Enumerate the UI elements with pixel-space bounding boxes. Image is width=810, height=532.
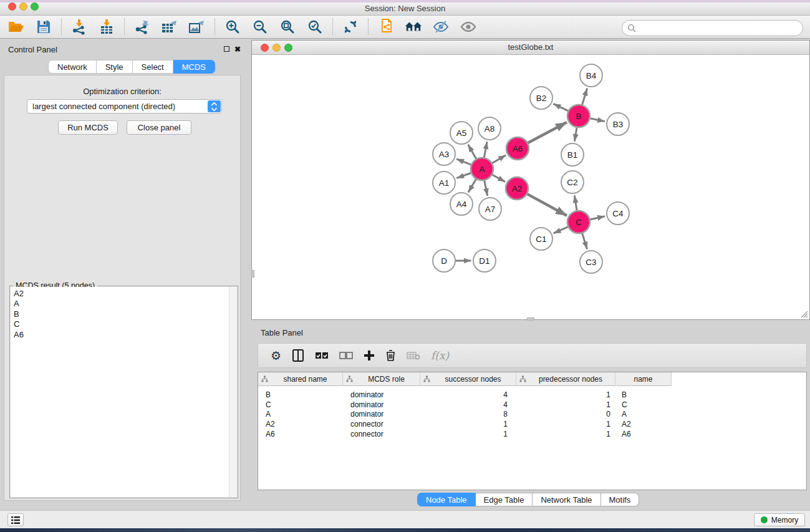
criterion-value: largest connected component (directed) [32,102,175,111]
memory-label: Memory [771,516,798,525]
export-image-icon[interactable] [188,18,206,36]
hide-selected-icon[interactable] [432,18,450,36]
list-item[interactable]: A [14,299,229,309]
graph-edge[interactable] [590,118,605,122]
zoom-fit-icon[interactable] [279,18,296,36]
column-header-shared-name[interactable]: shared name [258,372,343,386]
tab-motifs[interactable]: Motifs [601,493,640,506]
column-header-successor-nodes[interactable]: successor nodes [420,372,516,386]
tab-mcds[interactable]: MCDS [173,60,215,74]
table-row[interactable]: A2connector11A2 [258,419,806,429]
column-header-predecessor-nodes[interactable]: predecessor nodes [516,372,615,386]
tab-style[interactable]: Style [97,60,133,74]
graph-edge[interactable] [468,179,476,193]
apply-layout-icon[interactable] [342,18,359,36]
close-panel-icon[interactable]: ✖ [234,46,241,52]
search-input[interactable] [622,20,803,36]
graph-edge[interactable] [492,175,505,182]
graph-node-label: C3 [586,258,596,267]
zoom-selected-icon[interactable] [306,18,324,36]
zoom-out-icon[interactable] [251,18,269,36]
network-vscroll-thumb[interactable] [251,270,254,278]
list-item[interactable]: B [14,309,229,319]
import-network-icon[interactable] [70,18,88,36]
home-icon[interactable] [405,18,422,36]
show-columns-icon[interactable] [292,347,304,364]
network-view-window: testGlobe.txt B4B2BB3A5A8A6A3B1AA1C2A2A4… [251,40,810,320]
tab-select[interactable]: Select [133,60,173,74]
network-canvas[interactable]: B4B2BB3A5A8A6A3B1AA1C2A2A4A7C4CC1C3DD1 [252,55,809,319]
graph-edge[interactable] [456,159,471,165]
unselect-all-columns-icon[interactable] [339,347,353,364]
graph-node-label: D1 [479,256,489,266]
table-settings-gear-icon[interactable]: ⚙ [271,347,281,364]
graph-edge[interactable] [553,104,568,111]
graph-edge[interactable] [574,195,577,210]
graph-node-label: B1 [567,150,578,160]
graph-edge[interactable] [554,227,569,234]
list-item[interactable]: C [14,319,229,329]
optimization-criterion-label: Optimization criterion: [4,87,240,96]
graph-edge[interactable] [528,122,567,143]
table-panel: Table Panel ✖ ⚙ f(x) shared name [251,324,810,506]
graph-node-label: B4 [586,71,597,80]
save-session-icon[interactable] [35,18,52,36]
tab-edge-table[interactable]: Edge Table [476,493,533,506]
graph-edge[interactable] [456,173,471,178]
run-mcds-button[interactable]: Run MCDS [58,120,118,135]
close-panel-button[interactable]: Close panel [127,120,191,135]
graph-node-label: A [479,165,485,174]
graph-edge[interactable] [527,194,567,216]
graph-edge[interactable] [485,180,488,196]
table-row[interactable]: Bdominator41B [258,390,806,400]
tab-network-table[interactable]: Network Table [533,493,600,506]
graph-edge[interactable] [484,142,487,158]
search-icon [627,24,637,33]
graph-edge[interactable] [468,145,476,159]
float-panel-icon[interactable] [224,46,229,52]
network-hscroll-thumb[interactable] [527,317,534,321]
node-table[interactable]: shared name MCDS role successor nodes pr… [258,372,807,490]
control-panel-title: Control Panel [8,45,57,54]
show-all-icon[interactable] [460,18,477,36]
network-overview-icon[interactable] [377,18,395,36]
graph-node-label: A3 [439,150,450,159]
column-header-mcds-role[interactable]: MCDS role [343,372,420,386]
delete-column-icon[interactable] [385,347,396,364]
list-item[interactable]: A2 [14,289,229,299]
network-window-title: testGlobe.txt [252,41,809,55]
graph-edge[interactable] [590,216,605,220]
create-column-icon[interactable] [364,347,375,364]
graph-node-label: C1 [536,235,546,244]
table-row[interactable]: Cdominator41C [258,400,806,410]
result-list-scrollbar[interactable] [229,287,237,497]
criterion-dropdown[interactable]: largest connected component (directed) [27,99,222,114]
open-session-icon[interactable] [7,18,25,36]
import-table-icon[interactable] [98,18,115,36]
zoom-in-icon[interactable] [224,18,241,36]
task-history-button[interactable] [7,513,24,526]
graph-node-label: A6 [513,144,523,153]
resize-grip-icon[interactable] [799,309,808,318]
table-row[interactable]: A6connector11A6 [258,429,806,439]
network-graph[interactable]: B4B2BB3A5A8A6A3B1AA1C2A2A4A7C4CC1C3DD1 [252,55,809,319]
export-network-icon[interactable] [133,18,151,36]
control-panel-tabs: Network Style Select MCDS [48,60,215,74]
select-all-columns-icon[interactable] [315,347,329,364]
tab-node-table[interactable]: Node Table [417,493,476,506]
export-table-icon[interactable] [161,18,178,36]
graph-edge[interactable] [574,127,577,142]
graph-edge[interactable] [582,89,587,105]
attribute-icon [519,375,526,382]
memory-button[interactable]: Memory [754,513,805,526]
graph-edge[interactable] [492,155,506,163]
tab-network[interactable]: Network [48,60,97,74]
memory-status-icon [761,516,768,523]
graph-edge[interactable] [582,233,587,249]
mcds-result-list[interactable]: A2 A B C A6 [11,287,229,497]
table-row[interactable]: Adominator80A [258,409,806,419]
mcds-panel: Optimization criterion: largest connecte… [4,75,241,501]
list-item[interactable]: A6 [14,330,229,340]
status-bar: Memory [0,510,810,528]
column-header-name[interactable]: name [615,372,672,386]
